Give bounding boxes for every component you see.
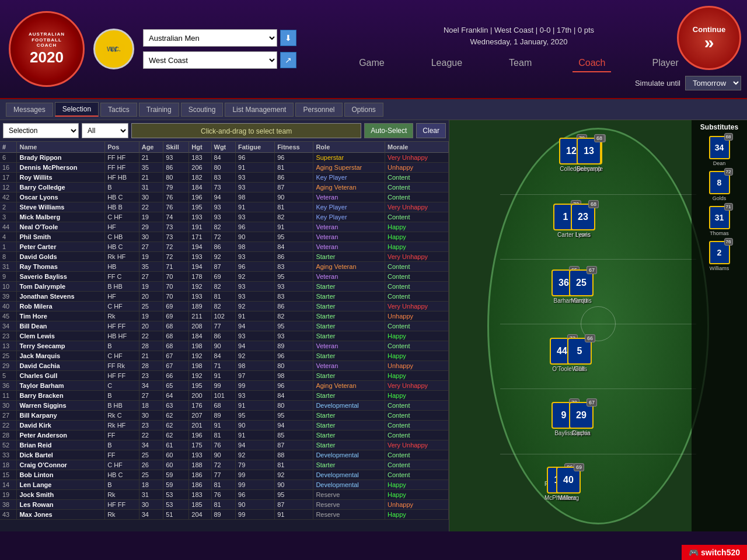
table-row[interactable]: 34 Bill Dean HF FF 20 68 208 77 94 95 St… bbox=[0, 321, 449, 331]
table-row[interactable]: 23 Clem Lewis HB HF 22 68 184 86 93 93 S… bbox=[0, 331, 449, 341]
league-dropdown[interactable]: Australian Men bbox=[143, 29, 277, 47]
cell-age: 34 bbox=[139, 510, 163, 520]
table-row[interactable]: 1 Peter Carter HB C 27 72 194 86 98 84 V… bbox=[0, 242, 449, 252]
col-header-role[interactable]: Role bbox=[313, 142, 385, 153]
cell-fitness: 89 bbox=[275, 341, 313, 351]
col-header-age[interactable]: Age bbox=[139, 142, 163, 153]
col-header-num[interactable]: # bbox=[0, 142, 17, 153]
table-row[interactable]: 52 Brian Reid B 34 61 175 76 94 87 Start… bbox=[0, 440, 449, 450]
cell-morale: Very Unhappy bbox=[385, 440, 449, 450]
table-row[interactable]: 10 Tom Dalrymple B HB 19 70 192 82 93 93… bbox=[0, 282, 449, 292]
table-row[interactable]: 36 Taylor Barham C 34 65 195 99 99 96 Ag… bbox=[0, 381, 449, 391]
table-row[interactable]: 44 Neal O'Toole HF 29 73 191 82 96 91 Ve… bbox=[0, 222, 449, 232]
cell-hgt: 183 bbox=[189, 153, 211, 163]
auto-select-button[interactable]: Auto-Select bbox=[364, 123, 413, 138]
table-row[interactable]: 16 Dennis McPherson FF HF 35 86 206 80 9… bbox=[0, 163, 449, 173]
nav-tab-league[interactable]: League bbox=[425, 55, 468, 72]
simulate-dropdown[interactable]: Tomorrow bbox=[685, 76, 741, 90]
table-row[interactable]: 5 Charles Gull HF FF 23 66 192 91 97 98 … bbox=[0, 371, 449, 381]
col-header-pos[interactable]: Pos bbox=[105, 142, 139, 153]
selection-type-dropdown[interactable]: Selection bbox=[3, 123, 79, 138]
sub-token-williams[interactable]: 276 Williams bbox=[694, 241, 744, 271]
nav-tab-team[interactable]: Team bbox=[503, 55, 537, 72]
table-row[interactable]: 15 Bob Linton HB C 25 59 186 77 99 92 De… bbox=[0, 470, 449, 480]
table-row[interactable]: 17 Roy Willits HF HB 21 80 182 83 93 86 … bbox=[0, 173, 449, 183]
sub-token-thomas[interactable]: 3171 Thomas bbox=[694, 206, 744, 236]
table-row[interactable]: 9 Saverio Bayliss FF C 27 70 178 69 92 9… bbox=[0, 272, 449, 282]
cell-wgt: 92 bbox=[211, 252, 236, 262]
table-row[interactable]: 30 Warren Siggins B HB 18 63 176 68 91 8… bbox=[0, 401, 449, 411]
cell-age: 27 bbox=[139, 391, 163, 401]
col-header-wgt[interactable]: Wgt bbox=[211, 142, 236, 153]
cell-num: 29 bbox=[0, 361, 17, 371]
table-row[interactable]: 19 Jock Smith Rk 31 53 183 76 96 95 Rese… bbox=[0, 490, 449, 500]
nav-tab-game[interactable]: Game bbox=[353, 55, 390, 72]
cell-skill: 51 bbox=[163, 510, 189, 520]
player-table-container[interactable]: # Name Pos Age Skill Hgt Wgt Fatigue Fit… bbox=[0, 142, 449, 531]
table-row[interactable]: 14 Len Lange B 18 59 186 81 99 90 Develo… bbox=[0, 480, 449, 490]
cell-age: 18 bbox=[139, 480, 163, 490]
table-row[interactable]: 13 Terry Seecamp B 28 68 198 90 94 89 Ve… bbox=[0, 341, 449, 351]
table-row[interactable]: 8 David Golds Rk HF 19 72 193 92 93 86 S… bbox=[0, 252, 449, 262]
export-icon-btn[interactable]: ↗ bbox=[280, 52, 296, 68]
nav-tab-coach[interactable]: Coach bbox=[573, 55, 611, 72]
sub-token-golds[interactable]: 872 Golds bbox=[694, 171, 744, 201]
table-row[interactable]: 42 Oscar Lyons HB C 30 76 196 94 98 90 V… bbox=[0, 192, 449, 202]
sub-tab-messages[interactable]: Messages bbox=[6, 103, 53, 117]
table-row[interactable]: 43 Max Jones Rk 34 51 204 89 99 91 Reser… bbox=[0, 510, 449, 520]
table-row[interactable]: 31 Ray Thomas HB 35 71 194 87 96 83 Agin… bbox=[0, 262, 449, 272]
table-row[interactable]: 39 Jonathan Stevens HF 20 70 193 81 93 8… bbox=[0, 292, 449, 302]
table-row[interactable]: 33 Dick Bartel FF 25 60 193 90 92 88 Dev… bbox=[0, 450, 449, 460]
sub-tab-selection[interactable]: Selection bbox=[55, 102, 99, 117]
field-token-marquis[interactable]: 2567 Marquis bbox=[569, 270, 594, 304]
table-row[interactable]: 4 Phil Smith C HB 30 73 171 72 90 95 Vet… bbox=[0, 232, 449, 242]
col-header-name[interactable]: Name bbox=[17, 142, 105, 153]
cell-wgt: 90 bbox=[211, 450, 236, 460]
col-header-fitness[interactable]: Fitness bbox=[275, 142, 313, 153]
field-token-gull[interactable]: 566 Gull bbox=[567, 338, 592, 372]
sub-tab-listmgmt[interactable]: List Management bbox=[225, 103, 294, 117]
cell-num: 1 bbox=[0, 242, 17, 252]
table-row[interactable]: 6 Brady Rippon FF HF 21 93 183 84 96 96 … bbox=[0, 153, 449, 163]
sub-tab-scouting[interactable]: Scouting bbox=[181, 103, 224, 117]
col-header-hgt[interactable]: Hgt bbox=[189, 142, 211, 153]
cell-morale: Unhappy bbox=[385, 312, 449, 321]
sub-tab-options[interactable]: Options bbox=[344, 103, 383, 117]
continue-button[interactable]: Continue » bbox=[677, 6, 741, 70]
col-header-skill[interactable]: Skill bbox=[163, 142, 189, 153]
table-row[interactable]: 25 Jack Marquis C HF 21 67 192 84 92 96 … bbox=[0, 351, 449, 361]
cell-age: 25 bbox=[139, 450, 163, 460]
table-row[interactable]: 29 David Cachia FF Rk 28 67 198 71 98 80… bbox=[0, 361, 449, 371]
table-row[interactable]: 40 Rob Milera C HF 25 69 189 82 92 86 St… bbox=[0, 302, 449, 312]
table-row[interactable]: 18 Craig O'Connor C HF 26 60 188 72 79 8… bbox=[0, 460, 449, 470]
table-row[interactable]: 12 Barry Colledge B 31 79 184 73 93 87 A… bbox=[0, 183, 449, 192]
field-token-lewis[interactable]: 2368 Lewis bbox=[571, 204, 595, 238]
table-row[interactable]: 45 Tim Hore Rk 19 69 211 102 91 82 Start… bbox=[0, 312, 449, 321]
col-header-morale[interactable]: Morale bbox=[385, 142, 449, 153]
cell-role: Starter bbox=[313, 331, 385, 341]
table-row[interactable]: 38 Les Rowan HF FF 30 53 185 81 90 87 Re… bbox=[0, 500, 449, 510]
table-row[interactable]: 2 Steve Williams HB B 22 76 195 93 91 81… bbox=[0, 202, 449, 212]
table-row[interactable]: 3 Mick Malberg C HF 19 74 193 93 93 82 K… bbox=[0, 212, 449, 222]
cell-pos: HB C bbox=[105, 192, 139, 202]
team-dropdown[interactable]: West Coast bbox=[143, 51, 277, 69]
sub-tab-personnel[interactable]: Personnel bbox=[295, 103, 342, 117]
field-token-cachia[interactable]: 2967 Cachia bbox=[569, 402, 594, 436]
sub-tab-tactics[interactable]: Tactics bbox=[100, 103, 137, 117]
filter-dropdown[interactable]: All bbox=[82, 123, 128, 138]
table-row[interactable]: 11 Barry Bracken B 27 64 200 101 93 84 S… bbox=[0, 391, 449, 401]
table-row[interactable]: 28 Peter Anderson FF 22 62 196 81 91 85 … bbox=[0, 430, 449, 440]
clear-button[interactable]: Clear bbox=[416, 123, 446, 138]
download-icon-btn[interactable]: ⬇ bbox=[280, 30, 296, 46]
col-header-fatigue[interactable]: Fatigue bbox=[236, 142, 275, 153]
table-row[interactable]: 22 David Kirk Rk HF 23 62 201 91 90 94 S… bbox=[0, 421, 449, 430]
cell-skill: 60 bbox=[163, 460, 189, 470]
cell-num: 18 bbox=[0, 460, 17, 470]
sub-tab-training[interactable]: Training bbox=[139, 103, 179, 117]
table-row[interactable]: 27 Bill Karpany Rk C 30 62 207 89 95 95 … bbox=[0, 411, 449, 421]
cell-name: Brady Rippon bbox=[17, 153, 105, 163]
field-token-seecamp[interactable]: 1368 Seecamp bbox=[577, 138, 601, 172]
nav-tab-player[interactable]: Player bbox=[646, 55, 684, 72]
field-token-milera[interactable]: 4069 Milera bbox=[556, 467, 581, 501]
sub-token-dean[interactable]: 3468 Dean bbox=[694, 136, 744, 166]
